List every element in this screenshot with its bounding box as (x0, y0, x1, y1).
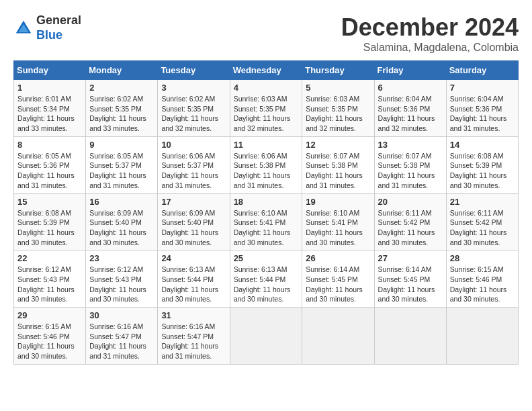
calendar-week-5: 29Sunrise: 6:15 AM Sunset: 5:46 PM Dayli… (14, 308, 519, 365)
day-info: Sunrise: 6:08 AM Sunset: 5:39 PM Dayligh… (450, 151, 515, 191)
day-number: 10 (161, 140, 226, 150)
calendar-cell: 13Sunrise: 6:07 AM Sunset: 5:38 PM Dayli… (374, 136, 446, 193)
day-number: 4 (234, 83, 299, 93)
calendar-cell: 18Sunrise: 6:10 AM Sunset: 5:41 PM Dayli… (230, 193, 302, 250)
logo-icon (13, 18, 34, 38)
day-number: 29 (17, 310, 82, 320)
day-info: Sunrise: 6:14 AM Sunset: 5:45 PM Dayligh… (306, 265, 370, 304)
day-info: Sunrise: 6:04 AM Sunset: 5:36 PM Dayligh… (450, 94, 515, 134)
calendar-cell: 23Sunrise: 6:12 AM Sunset: 5:43 PM Dayli… (86, 250, 158, 308)
day-number: 20 (378, 197, 443, 207)
day-info: Sunrise: 6:10 AM Sunset: 5:41 PM Dayligh… (234, 208, 299, 248)
calendar-cell: 5Sunrise: 6:03 AM Sunset: 5:35 PM Daylig… (302, 80, 374, 137)
day-number: 19 (306, 197, 370, 207)
calendar-cell: 21Sunrise: 6:11 AM Sunset: 5:42 PM Dayli… (446, 193, 518, 250)
day-number: 26 (306, 253, 370, 263)
day-info: Sunrise: 6:09 AM Sunset: 5:40 PM Dayligh… (161, 208, 226, 248)
day-info: Sunrise: 6:02 AM Sunset: 5:35 PM Dayligh… (161, 94, 226, 134)
weekday-header-monday: Monday (86, 61, 158, 80)
weekday-header-friday: Friday (374, 61, 446, 80)
day-info: Sunrise: 6:03 AM Sunset: 5:35 PM Dayligh… (306, 94, 370, 134)
day-info: Sunrise: 6:08 AM Sunset: 5:39 PM Dayligh… (17, 208, 82, 248)
calendar-cell: 30Sunrise: 6:16 AM Sunset: 5:47 PM Dayli… (86, 308, 158, 365)
logo-general: General (36, 13, 81, 27)
day-number: 22 (17, 253, 82, 263)
day-info: Sunrise: 6:10 AM Sunset: 5:41 PM Dayligh… (306, 208, 370, 248)
day-number: 1 (17, 83, 82, 93)
calendar-cell: 26Sunrise: 6:14 AM Sunset: 5:45 PM Dayli… (302, 250, 374, 308)
day-info: Sunrise: 6:02 AM Sunset: 5:35 PM Dayligh… (89, 94, 154, 134)
calendar-cell: 9Sunrise: 6:05 AM Sunset: 5:37 PM Daylig… (86, 136, 158, 193)
weekday-header-sunday: Sunday (14, 61, 86, 80)
day-info: Sunrise: 6:09 AM Sunset: 5:40 PM Dayligh… (89, 208, 154, 248)
month-title: December 2024 (341, 13, 519, 42)
location-title: Salamina, Magdalena, Colombia (341, 42, 519, 54)
day-info: Sunrise: 6:07 AM Sunset: 5:38 PM Dayligh… (378, 151, 443, 191)
calendar-cell: 2Sunrise: 6:02 AM Sunset: 5:35 PM Daylig… (86, 80, 158, 137)
calendar-cell: 10Sunrise: 6:06 AM Sunset: 5:37 PM Dayli… (158, 136, 230, 193)
calendar-cell: 20Sunrise: 6:11 AM Sunset: 5:42 PM Dayli… (374, 193, 446, 250)
calendar-cell: 3Sunrise: 6:02 AM Sunset: 5:35 PM Daylig… (158, 80, 230, 137)
calendar-cell: 4Sunrise: 6:03 AM Sunset: 5:35 PM Daylig… (230, 80, 302, 137)
day-number: 24 (161, 253, 226, 263)
calendar-week-3: 15Sunrise: 6:08 AM Sunset: 5:39 PM Dayli… (14, 193, 519, 250)
calendar-cell: 17Sunrise: 6:09 AM Sunset: 5:40 PM Dayli… (158, 193, 230, 250)
calendar-cell: 8Sunrise: 6:05 AM Sunset: 5:36 PM Daylig… (14, 136, 86, 193)
calendar-week-4: 22Sunrise: 6:12 AM Sunset: 5:43 PM Dayli… (14, 250, 519, 308)
page-header: General Blue December 2024 Salamina, Mag… (13, 13, 519, 54)
day-number: 30 (89, 310, 154, 320)
calendar-week-1: 1Sunrise: 6:01 AM Sunset: 5:34 PM Daylig… (14, 80, 519, 137)
day-number: 8 (17, 140, 82, 150)
calendar-cell: 1Sunrise: 6:01 AM Sunset: 5:34 PM Daylig… (14, 80, 86, 137)
calendar-cell: 31Sunrise: 6:16 AM Sunset: 5:47 PM Dayli… (158, 308, 230, 365)
weekday-header-saturday: Saturday (446, 61, 518, 80)
day-number: 23 (89, 253, 154, 263)
day-number: 7 (450, 83, 515, 93)
day-info: Sunrise: 6:04 AM Sunset: 5:36 PM Dayligh… (378, 94, 443, 134)
day-number: 31 (161, 310, 226, 320)
calendar-cell (446, 308, 518, 365)
day-info: Sunrise: 6:14 AM Sunset: 5:45 PM Dayligh… (378, 265, 443, 304)
day-number: 2 (89, 83, 154, 93)
calendar-cell: 27Sunrise: 6:14 AM Sunset: 5:45 PM Dayli… (374, 250, 446, 308)
calendar-cell: 7Sunrise: 6:04 AM Sunset: 5:36 PM Daylig… (446, 80, 518, 137)
day-number: 11 (234, 140, 299, 150)
logo-blue: Blue (36, 28, 62, 42)
day-number: 27 (378, 253, 443, 263)
calendar-cell: 25Sunrise: 6:13 AM Sunset: 5:44 PM Dayli… (230, 250, 302, 308)
calendar-cell: 11Sunrise: 6:06 AM Sunset: 5:38 PM Dayli… (230, 136, 302, 193)
day-info: Sunrise: 6:05 AM Sunset: 5:37 PM Dayligh… (89, 151, 154, 191)
day-number: 6 (378, 83, 443, 93)
day-info: Sunrise: 6:06 AM Sunset: 5:38 PM Dayligh… (234, 151, 299, 191)
day-number: 16 (89, 197, 154, 207)
day-info: Sunrise: 6:12 AM Sunset: 5:43 PM Dayligh… (17, 265, 82, 304)
calendar-cell: 28Sunrise: 6:15 AM Sunset: 5:46 PM Dayli… (446, 250, 518, 308)
day-number: 12 (306, 140, 370, 150)
day-number: 15 (17, 197, 82, 207)
day-info: Sunrise: 6:12 AM Sunset: 5:43 PM Dayligh… (89, 265, 154, 304)
calendar-cell (302, 308, 374, 365)
weekday-header-tuesday: Tuesday (158, 61, 230, 80)
day-info: Sunrise: 6:16 AM Sunset: 5:47 PM Dayligh… (161, 322, 226, 361)
day-info: Sunrise: 6:03 AM Sunset: 5:35 PM Dayligh… (234, 94, 299, 134)
logo: General Blue (13, 13, 81, 42)
calendar-cell: 14Sunrise: 6:08 AM Sunset: 5:39 PM Dayli… (446, 136, 518, 193)
logo-text: General Blue (36, 13, 81, 42)
weekday-header-wednesday: Wednesday (230, 61, 302, 80)
weekday-header-row: SundayMondayTuesdayWednesdayThursdayFrid… (14, 61, 519, 80)
day-number: 9 (89, 140, 154, 150)
calendar-cell: 6Sunrise: 6:04 AM Sunset: 5:36 PM Daylig… (374, 80, 446, 137)
calendar-cell (374, 308, 446, 365)
day-info: Sunrise: 6:16 AM Sunset: 5:47 PM Dayligh… (89, 322, 154, 361)
day-info: Sunrise: 6:15 AM Sunset: 5:46 PM Dayligh… (450, 265, 515, 304)
day-number: 14 (450, 140, 515, 150)
day-number: 28 (450, 253, 515, 263)
calendar-table: SundayMondayTuesdayWednesdayThursdayFrid… (13, 60, 519, 365)
day-info: Sunrise: 6:13 AM Sunset: 5:44 PM Dayligh… (161, 265, 226, 304)
weekday-header-thursday: Thursday (302, 61, 374, 80)
calendar-cell: 12Sunrise: 6:07 AM Sunset: 5:38 PM Dayli… (302, 136, 374, 193)
day-number: 5 (306, 83, 370, 93)
calendar-cell: 29Sunrise: 6:15 AM Sunset: 5:46 PM Dayli… (14, 308, 86, 365)
calendar-cell: 22Sunrise: 6:12 AM Sunset: 5:43 PM Dayli… (14, 250, 86, 308)
day-number: 18 (234, 197, 299, 207)
